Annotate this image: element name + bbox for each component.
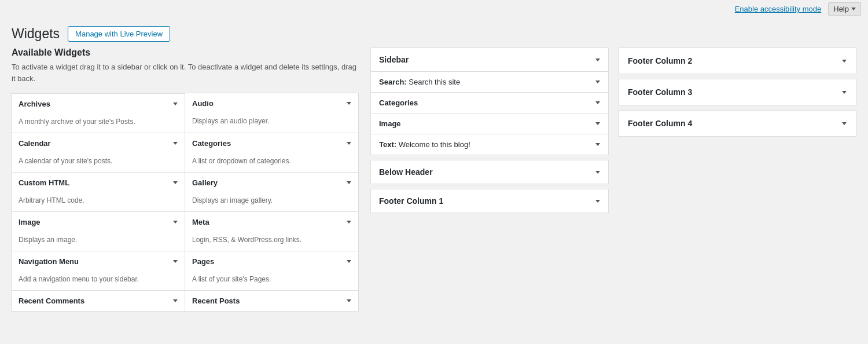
widget-header[interactable]: Gallery (185, 173, 358, 193)
footer-section-header[interactable]: Footer Column 2 (619, 48, 856, 74)
widget-chevron-icon (173, 103, 178, 105)
sidebar-widget-item[interactable]: Categories (371, 92, 608, 113)
widget-chevron-icon (347, 102, 351, 105)
widget-desc: Login, RSS, & WordPress.org links. (185, 232, 358, 251)
widget-header[interactable]: Image (12, 212, 185, 232)
sidebar-widget-item[interactable]: Search: Search this site (371, 71, 608, 92)
accessibility-mode-link[interactable]: Enable accessibility mode (735, 5, 822, 13)
manage-live-preview-button[interactable]: Manage with Live Preview (68, 26, 170, 42)
widget-header[interactable]: Pages (185, 251, 358, 272)
widget-header[interactable]: Navigation Menu (12, 251, 185, 272)
widget-item[interactable]: Audio Displays an audio player. (185, 93, 359, 133)
widget-chevron-icon (173, 142, 178, 145)
help-button[interactable]: Help (828, 2, 861, 16)
footer-column1-header[interactable]: Footer Column 1 (371, 189, 608, 213)
widget-label: Image (19, 218, 41, 226)
sidebar-widget-chevron-icon (595, 143, 600, 146)
below-header-chevron-icon (595, 171, 600, 174)
widget-label: Gallery (192, 178, 218, 187)
widget-label: Recent Posts (192, 297, 240, 305)
widget-item[interactable]: Archives A monthly archive of your site'… (11, 93, 185, 133)
widget-desc: A list of your site's Pages. (185, 272, 358, 290)
footer-section-label: Footer Column 2 (628, 56, 692, 65)
footer-column1-chevron-icon (595, 200, 600, 203)
widget-header[interactable]: Audio (185, 93, 358, 114)
widget-desc: Displays an audio player. (185, 114, 358, 132)
widget-label: Pages (192, 257, 214, 266)
widget-item[interactable]: Pages A list of your site's Pages. (185, 251, 359, 291)
widget-header[interactable]: Meta (185, 212, 358, 232)
page-header: Widgets Manage with Live Preview (0, 18, 868, 47)
widget-item[interactable]: Gallery Displays an image gallery. (185, 172, 359, 212)
widget-header[interactable]: Calendar (12, 133, 185, 153)
footer-column-section: Footer Column 2 (618, 47, 856, 74)
footer-section-header[interactable]: Footer Column 3 (619, 79, 856, 105)
widget-chevron-icon (173, 181, 178, 184)
widget-label: Navigation Menu (19, 257, 79, 266)
widget-item[interactable]: Categories A list or dropdown of categor… (185, 133, 359, 173)
widget-desc: Add a navigation menu to your sidebar. (12, 272, 185, 290)
footer-section-label: Footer Column 4 (628, 119, 692, 128)
below-header-label: Below Header (379, 167, 433, 177)
widget-item[interactable]: Navigation Menu Add a navigation menu to… (11, 251, 185, 291)
available-widgets-panel: Available Widgets To activate a widget d… (12, 47, 359, 312)
widget-chevron-icon (173, 260, 178, 263)
widget-item[interactable]: Meta Login, RSS, & WordPress.org links. (185, 211, 359, 251)
sidebar-widget-item[interactable]: Text: Welcome to this blog! (371, 134, 608, 155)
widget-label: Custom HTML (19, 178, 69, 187)
footer-section-chevron-icon (842, 122, 847, 125)
footer-column1-label: Footer Column 1 (379, 196, 443, 206)
widget-desc: Displays an image gallery. (185, 193, 358, 211)
sidebar-widget-item[interactable]: Image (371, 113, 608, 134)
widget-desc: Arbitrary HTML code. (12, 193, 185, 211)
sidebar-widget-label: Image (379, 119, 401, 128)
help-label: Help (833, 5, 849, 13)
widget-label: Categories (192, 139, 231, 148)
footer-column1-section: Footer Column 1 (370, 189, 609, 213)
sidebar-widget-chevron-icon (595, 122, 600, 125)
widget-item[interactable]: Custom HTML Arbitrary HTML code. (11, 172, 185, 212)
footer-section-label: Footer Column 3 (628, 87, 692, 97)
widget-header[interactable]: Archives (12, 94, 185, 114)
widget-chevron-icon (173, 299, 178, 302)
footer-columns-area: Footer Column 2 Footer Column 3 Footer C… (618, 47, 856, 312)
widget-chevron-icon (347, 221, 351, 224)
widgets-grid: Archives A monthly archive of your site'… (12, 93, 359, 312)
widget-desc: A calendar of your site's posts. (12, 153, 185, 172)
widget-label: Meta (192, 218, 209, 226)
below-header-header[interactable]: Below Header (371, 160, 608, 184)
widget-item[interactable]: Recent Comments (11, 290, 185, 312)
sidebar-section-header[interactable]: Sidebar (371, 48, 608, 71)
widget-label: Archives (19, 100, 50, 108)
widget-header[interactable]: Recent Posts (185, 291, 358, 311)
widget-label: Recent Comments (19, 297, 84, 305)
widget-label: Calendar (19, 139, 51, 148)
widget-item[interactable]: Recent Posts (185, 290, 359, 312)
sidebar-widget-chevron-icon (595, 101, 600, 104)
top-bar: Enable accessibility mode Help (0, 0, 868, 18)
widget-item[interactable]: Image Displays an image. (11, 211, 185, 251)
widget-header[interactable]: Recent Comments (12, 291, 185, 311)
footer-column-section: Footer Column 4 (618, 110, 856, 137)
widget-chevron-icon (347, 299, 351, 302)
below-header-section: Below Header (370, 160, 609, 184)
sidebar-area: Sidebar Search: Search this siteCategori… (370, 47, 609, 312)
widget-label: Audio (192, 99, 214, 108)
footer-section-header[interactable]: Footer Column 4 (619, 111, 856, 136)
footer-section-chevron-icon (842, 60, 847, 63)
widget-desc: A list or dropdown of categories. (185, 153, 358, 172)
widget-chevron-icon (173, 221, 178, 224)
help-chevron-icon (851, 8, 856, 10)
widget-header[interactable]: Categories (185, 133, 358, 153)
sidebar-widgets: Search: Search this siteCategoriesImageT… (371, 71, 608, 155)
page-title: Widgets (12, 26, 60, 42)
sidebar-widget-label: Search: Search this site (379, 78, 460, 86)
sidebar-widget-label: Text: Welcome to this blog! (379, 140, 470, 149)
sidebar-widget-label: Categories (379, 98, 418, 107)
widget-chevron-icon (347, 142, 351, 145)
available-widgets-description: To activate a widget drag it to a sideba… (12, 61, 359, 84)
widget-header[interactable]: Custom HTML (12, 173, 185, 193)
sidebar-section: Sidebar Search: Search this siteCategori… (370, 47, 609, 155)
main-content: Available Widgets To activate a widget d… (0, 47, 868, 323)
widget-item[interactable]: Calendar A calendar of your site's posts… (11, 133, 185, 173)
